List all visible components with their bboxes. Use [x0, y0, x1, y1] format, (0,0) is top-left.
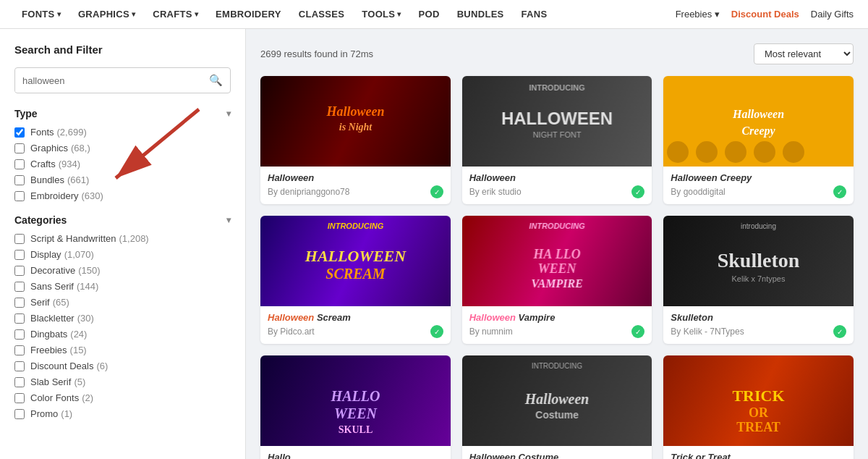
product-name-7: Halloween Skull	[268, 452, 443, 459]
cat-freebies-checkbox[interactable]	[14, 345, 25, 355]
product-author-6: By Kelik - 7NTypes ✓	[671, 325, 846, 338]
product-name-3: Halloween Creepy	[671, 172, 846, 183]
product-info-4: Halloween Scream By Pidco.art ✓	[260, 306, 451, 344]
product-name-1: Halloween	[268, 172, 443, 183]
cat-promo-checkbox[interactable]	[14, 409, 25, 419]
categories-filter-section: Categories ▾ Script & Handwritten (1,208…	[14, 214, 231, 419]
type-chevron-icon: ▾	[226, 109, 231, 119]
cat-slab-serif-checkbox[interactable]	[14, 377, 25, 387]
cat-blackletter-checkbox[interactable]	[14, 313, 25, 324]
cat-promo-item[interactable]: Promo (1)	[14, 408, 231, 419]
type-filter-header[interactable]: Type ▾	[14, 108, 231, 119]
type-filter-section: Type ▾ Fonts (2,699) Graphics (68,) Craf…	[14, 108, 231, 201]
results-bar: 2699 results found in 72ms Most relevant…	[260, 43, 854, 64]
cat-serif-checkbox[interactable]	[14, 298, 25, 308]
type-crafts-item[interactable]: Crafts (934)	[14, 159, 231, 169]
type-crafts-checkbox[interactable]	[14, 159, 25, 169]
product-canvas-6	[663, 216, 854, 306]
categories-filter-items: Script & Handwritten (1,208) Display (1,…	[14, 233, 231, 419]
nav-pod[interactable]: POD	[412, 0, 447, 29]
cat-color-fonts-item[interactable]: Color Fonts (2)	[14, 392, 231, 403]
search-button[interactable]: 🔍	[202, 68, 230, 93]
product-author-1: By deniprianggono78 ✓	[268, 185, 443, 198]
product-card-7[interactable]: Halloween Skull	[260, 355, 451, 459]
graphics-caret: ▾	[132, 10, 135, 18]
verified-badge-5: ✓	[631, 325, 644, 338]
cat-sans-serif-item[interactable]: Sans Serif (144)	[14, 281, 231, 292]
nav-embroidery[interactable]: EMBROIDERY	[208, 0, 289, 29]
product-canvas-3	[663, 76, 854, 167]
cat-discount-item[interactable]: Discount Deals (6)	[14, 361, 231, 371]
sidebar: Search and Filter 🔍 Type ▾ Fonts (2,699)…	[0, 29, 246, 459]
type-filter-items: Fonts (2,699) Graphics (68,) Crafts (934…	[14, 127, 231, 201]
cat-color-fonts-checkbox[interactable]	[14, 393, 25, 403]
sort-select[interactable]: Most relevant Newest Best selling Price …	[754, 43, 854, 64]
product-card-6[interactable]: Skulleton By Kelik - 7NTypes ✓	[663, 216, 854, 344]
type-graphics-checkbox[interactable]	[14, 143, 25, 153]
nav-crafts[interactable]: CRAFTS▾	[145, 0, 205, 29]
cat-display-checkbox[interactable]	[14, 250, 25, 260]
type-embroidery-item[interactable]: Embroidery (630)	[14, 190, 231, 201]
cat-script-checkbox[interactable]	[14, 234, 25, 244]
verified-badge-3: ✓	[833, 185, 846, 198]
categories-filter-header[interactable]: Categories ▾	[14, 214, 231, 226]
cat-decorative-checkbox[interactable]	[14, 266, 25, 276]
product-card-4[interactable]: Halloween Scream By Pidco.art ✓	[260, 216, 451, 344]
product-info-2: Halloween By erik studio ✓	[462, 167, 652, 204]
search-box: 🔍	[14, 67, 231, 93]
cat-serif-item[interactable]: Serif (65)	[14, 297, 231, 308]
cat-decorative-item[interactable]: Decorative (150)	[14, 265, 231, 276]
type-fonts-item[interactable]: Fonts (2,699)	[14, 127, 231, 138]
product-card-3[interactable]: Halloween Creepy By gooddigital ✓	[663, 76, 854, 204]
discount-deals-link[interactable]: Discount Deals	[731, 9, 799, 20]
product-name-2: Halloween	[469, 172, 645, 183]
verified-badge-1: ✓	[430, 185, 443, 198]
product-canvas-7	[260, 355, 451, 446]
nav-fonts[interactable]: FONTS▾	[14, 0, 68, 29]
product-card-1[interactable]: Halloween By deniprianggono78 ✓	[260, 76, 451, 204]
product-image-7	[260, 355, 451, 446]
search-input[interactable]	[15, 70, 202, 92]
cat-blackletter-item[interactable]: Blackletter (30)	[14, 313, 231, 324]
cat-dingbats-checkbox[interactable]	[14, 329, 25, 340]
product-author-2: By erik studio ✓	[469, 185, 645, 198]
product-canvas-4	[260, 216, 451, 306]
product-name-4: Halloween Scream	[268, 312, 443, 323]
product-card-2[interactable]: Halloween By erik studio ✓	[462, 76, 652, 204]
product-card-5[interactable]: Halloween Vampire By numnim ✓	[462, 216, 652, 344]
top-navigation: FONTS▾ GRAPHICS▾ CRAFTS▾ EMBROIDERY CLAS…	[0, 0, 868, 29]
results-count: 2699 results found in 72ms	[260, 49, 373, 59]
type-embroidery-checkbox[interactable]	[14, 191, 25, 201]
type-bundles-item[interactable]: Bundles (661)	[14, 174, 231, 185]
type-graphics-item[interactable]: Graphics (68,)	[14, 143, 231, 153]
product-card-9[interactable]: Trick or Treat	[663, 355, 854, 459]
product-image-8	[462, 355, 652, 446]
cat-freebies-item[interactable]: Freebies (15)	[14, 345, 231, 355]
product-info-7: Halloween Skull	[260, 446, 451, 459]
type-fonts-checkbox[interactable]	[14, 127, 25, 138]
freebies-link[interactable]: Freebies ▾	[676, 9, 720, 20]
cat-display-item[interactable]: Display (1,070)	[14, 249, 231, 260]
cat-dingbats-item[interactable]: Dingbats (24)	[14, 329, 231, 340]
nav-bundles[interactable]: BUNDLES	[450, 0, 511, 29]
cat-sans-serif-checkbox[interactable]	[14, 282, 25, 292]
type-bundles-checkbox[interactable]	[14, 175, 25, 185]
crafts-caret: ▾	[195, 10, 198, 18]
fonts-caret: ▾	[57, 10, 61, 18]
verified-badge-4: ✓	[430, 325, 443, 338]
product-canvas-5	[462, 216, 652, 306]
product-author-3: By gooddigital ✓	[671, 185, 846, 198]
cat-slab-serif-item[interactable]: Slab Serif (5)	[14, 376, 231, 387]
product-image-2	[462, 76, 652, 167]
nav-classes[interactable]: CLASSES	[292, 0, 352, 29]
sidebar-title: Search and Filter	[14, 43, 231, 56]
nav-fans[interactable]: FANS	[514, 0, 555, 29]
nav-right: Freebies ▾ Discount Deals Daily Gifts	[676, 9, 854, 20]
cat-discount-checkbox[interactable]	[14, 361, 25, 371]
daily-gifts-link[interactable]: Daily Gifts	[811, 9, 854, 20]
nav-graphics[interactable]: GRAPHICS▾	[71, 0, 142, 29]
product-card-8[interactable]: Halloween Costume	[462, 355, 652, 459]
verified-badge-6: ✓	[833, 325, 846, 338]
cat-script-item[interactable]: Script & Handwritten (1,208)	[14, 233, 231, 244]
nav-tools[interactable]: TOOLS▾	[354, 0, 408, 29]
